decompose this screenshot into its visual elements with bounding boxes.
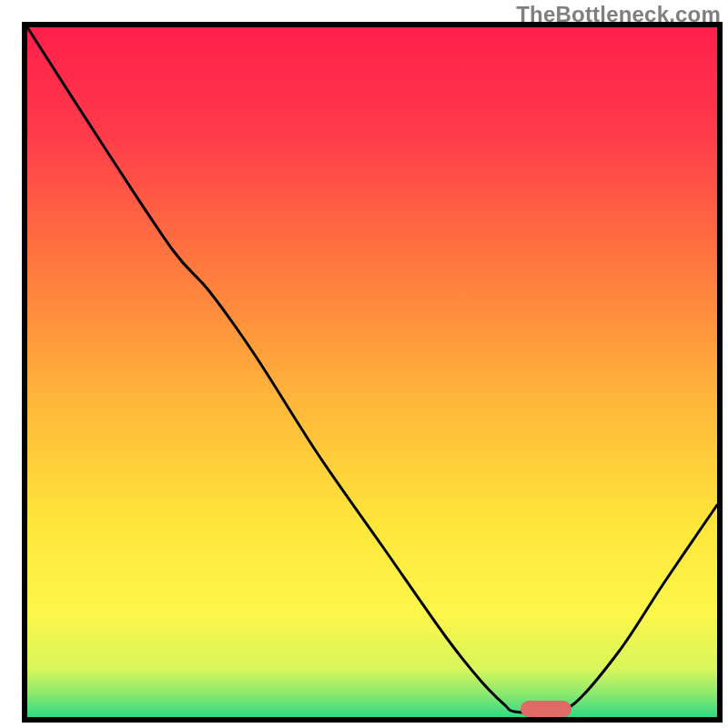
- chart-frame: TheBottleneck.com: [0, 0, 728, 728]
- optimal-marker: [521, 701, 571, 717]
- chart-background: [27, 27, 717, 717]
- watermark-text: TheBottleneck.com: [516, 2, 721, 27]
- chart-svg: [0, 0, 728, 728]
